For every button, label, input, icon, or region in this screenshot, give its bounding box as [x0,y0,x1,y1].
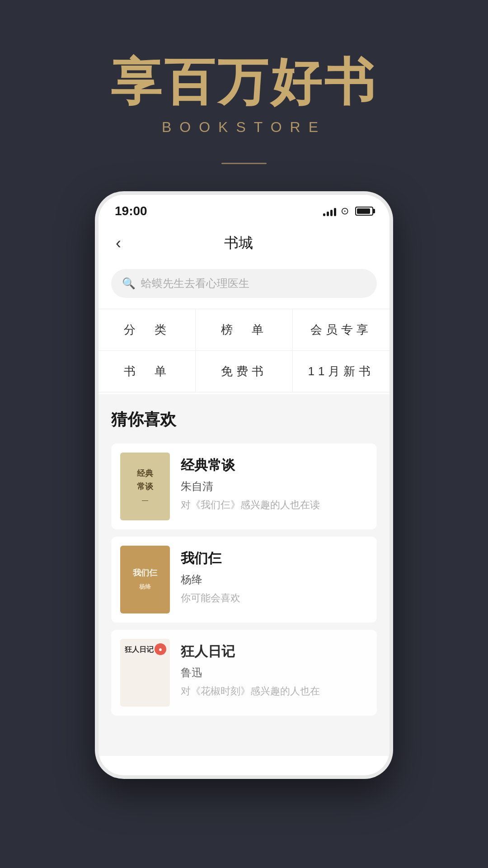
cover-kuangren-title: 狂人日记 [125,644,154,655]
category-item-shudan[interactable]: 书 单 [99,351,195,392]
book-author-kuangren: 鲁迅 [181,665,368,680]
signal-bar-3 [330,210,333,216]
wifi-icon: ⊙ [341,205,349,217]
book-title-jingdian: 经典常谈 [181,456,368,475]
book-item-jingdian[interactable]: 经典常谈— 经典常谈 朱自清 对《我们仨》感兴趣的人也在读 [111,443,377,529]
book-item-kuangren[interactable]: 狂人日记 狂人日记 鲁迅 对《花椒时刻》感兴趣的人也在 [111,630,377,716]
status-time: 19:00 [115,204,147,218]
status-icons: ⊙ [323,205,373,217]
battery-fill [357,208,370,214]
cover-jingdian-text: 经典常谈— [137,467,153,506]
signal-bar-2 [327,212,329,216]
category-item-new[interactable]: 11月新书 [293,351,389,392]
category-grid: 分 类 榜 单 会员专享 书 单 免费书 [99,309,389,392]
search-icon: 🔍 [122,277,136,290]
signal-icon [323,206,336,216]
phone-frame: 19:00 ⊙ ‹ 书城 [95,191,393,779]
search-container: 🔍 蛤蟆先生去看心理医生 [99,264,389,307]
book-cover-women: 我们仨杨绛 [120,546,170,613]
book-desc-jingdian: 对《我们仨》感兴趣的人也在读 [181,498,368,512]
cover-women-text: 我们仨杨绛 [133,566,157,593]
book-desc-kuangren: 对《花椒时刻》感兴趣的人也在 [181,684,368,698]
nav-bar: ‹ 书城 [99,223,389,264]
search-bar[interactable]: 🔍 蛤蟆先生去看心理医生 [111,269,377,298]
category-label-free: 免费书 [221,363,267,379]
book-cover-kuangren: 狂人日记 [120,639,170,707]
book-author-women: 杨绛 [181,572,368,587]
book-info-women: 我们仨 杨绛 你可能会喜欢 [181,546,368,605]
recommendations-section: 猜你喜欢 经典常谈— 经典常谈 朱自清 对《我们仨》感兴趣的人也在读 我们仨 [99,394,389,756]
recommendations-title: 猜你喜欢 [111,409,377,431]
hero-subtitle: BOOKSTORE [162,119,326,136]
search-placeholder-text: 蛤蟆先生去看心理医生 [141,276,366,291]
phone-screen: 19:00 ⊙ ‹ 书城 [99,195,389,775]
book-title-kuangren: 狂人日记 [181,642,368,661]
category-label-bangdan: 榜 单 [221,322,267,338]
book-desc-women: 你可能会喜欢 [181,591,368,605]
book-cover-badge [155,643,166,655]
category-item-fenglei[interactable]: 分 类 [99,309,195,350]
category-label-shudan: 书 单 [124,363,170,379]
book-title-women: 我们仨 [181,549,368,568]
book-cover-jingdian: 经典常谈— [120,453,170,520]
battery-icon [355,207,373,216]
category-label-fenglei: 分 类 [124,322,170,338]
signal-bar-1 [323,213,325,216]
hero-title: 享百万好书 [111,54,377,110]
phone-wrapper: 19:00 ⊙ ‹ 书城 [0,191,488,815]
book-item-women[interactable]: 我们仨杨绛 我们仨 杨绛 你可能会喜欢 [111,537,377,623]
category-label-new: 11月新书 [308,363,375,379]
category-item-vip[interactable]: 会员专享 [293,309,389,350]
book-info-kuangren: 狂人日记 鲁迅 对《花椒时刻》感兴趣的人也在 [181,639,368,698]
category-item-bangdan[interactable]: 榜 单 [196,309,292,350]
signal-bar-4 [334,208,336,216]
back-button[interactable]: ‹ [112,230,125,256]
category-label-vip: 会员专享 [310,322,372,338]
status-bar: 19:00 ⊙ [99,195,389,223]
hero-section: 享百万好书 BOOKSTORE [0,0,488,191]
book-info-jingdian: 经典常谈 朱自清 对《我们仨》感兴趣的人也在读 [181,453,368,512]
hero-divider [221,163,267,164]
book-author-jingdian: 朱自清 [181,479,368,494]
nav-title: 书城 [125,233,352,253]
category-item-free[interactable]: 免费书 [196,351,292,392]
